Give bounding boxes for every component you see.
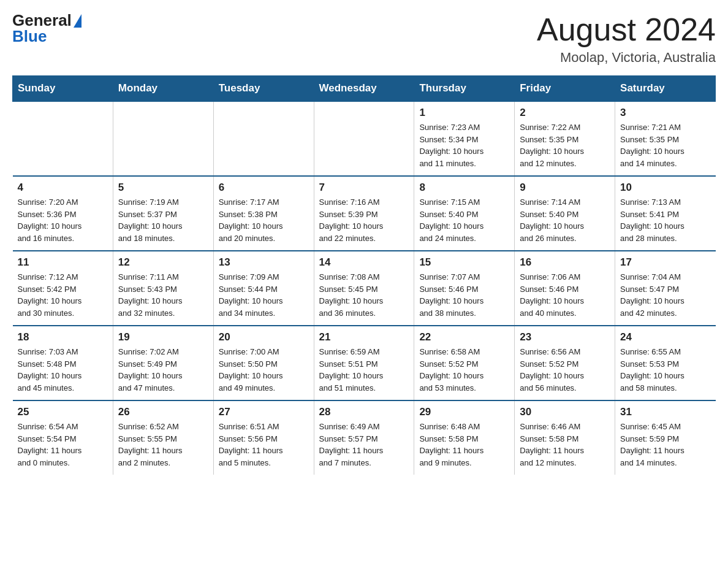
day-number: 11 xyxy=(18,256,108,269)
calendar-cell: 3Sunrise: 7:21 AMSunset: 5:35 PMDaylight… xyxy=(615,101,716,176)
day-number: 23 xyxy=(520,331,610,343)
calendar-cell: 21Sunrise: 6:59 AMSunset: 5:51 PMDayligh… xyxy=(314,326,414,400)
calendar-table: SundayMondayTuesdayWednesdayThursdayFrid… xyxy=(12,75,716,475)
day-info: Sunrise: 7:00 AMSunset: 5:50 PMDaylight:… xyxy=(219,346,309,394)
week-row-3: 11Sunrise: 7:12 AMSunset: 5:42 PMDayligh… xyxy=(13,251,716,326)
day-number: 2 xyxy=(520,107,610,119)
header-row: SundayMondayTuesdayWednesdayThursdayFrid… xyxy=(13,76,716,102)
day-info: Sunrise: 6:51 AMSunset: 5:56 PMDaylight:… xyxy=(219,421,309,469)
day-info: Sunrise: 7:04 AMSunset: 5:47 PMDaylight:… xyxy=(620,271,710,319)
day-info: Sunrise: 7:09 AMSunset: 5:44 PMDaylight:… xyxy=(219,271,309,319)
day-number: 22 xyxy=(419,331,509,343)
day-number: 8 xyxy=(419,182,509,194)
header-day-friday: Friday xyxy=(515,76,615,102)
day-info: Sunrise: 7:23 AMSunset: 5:34 PMDaylight:… xyxy=(419,121,509,169)
day-number: 17 xyxy=(620,256,710,269)
calendar-cell: 16Sunrise: 7:06 AMSunset: 5:46 PMDayligh… xyxy=(515,251,615,326)
day-info: Sunrise: 6:48 AMSunset: 5:58 PMDaylight:… xyxy=(419,421,509,469)
day-info: Sunrise: 7:16 AMSunset: 5:39 PMDaylight:… xyxy=(319,196,409,244)
calendar-cell: 9Sunrise: 7:14 AMSunset: 5:40 PMDaylight… xyxy=(515,176,615,251)
day-info: Sunrise: 6:56 AMSunset: 5:52 PMDaylight:… xyxy=(520,346,610,394)
day-number: 28 xyxy=(319,406,409,418)
day-number: 13 xyxy=(219,256,309,269)
day-info: Sunrise: 7:17 AMSunset: 5:38 PMDaylight:… xyxy=(219,196,309,244)
title-area: August 2024 Moolap, Victoria, Australia xyxy=(537,12,716,66)
day-info: Sunrise: 7:03 AMSunset: 5:48 PMDaylight:… xyxy=(18,346,108,394)
day-info: Sunrise: 7:08 AMSunset: 5:45 PMDaylight:… xyxy=(319,271,409,319)
day-number: 9 xyxy=(520,182,610,194)
calendar-cell: 4Sunrise: 7:20 AMSunset: 5:36 PMDaylight… xyxy=(13,176,113,251)
day-number: 10 xyxy=(620,182,710,194)
day-number: 19 xyxy=(118,331,208,343)
logo-blue: Blue xyxy=(12,27,47,45)
week-row-1: 1Sunrise: 7:23 AMSunset: 5:34 PMDaylight… xyxy=(13,101,716,176)
day-info: Sunrise: 6:52 AMSunset: 5:55 PMDaylight:… xyxy=(118,421,208,469)
calendar-cell: 26Sunrise: 6:52 AMSunset: 5:55 PMDayligh… xyxy=(113,400,213,475)
calendar-cell: 24Sunrise: 6:55 AMSunset: 5:53 PMDayligh… xyxy=(615,326,716,400)
calendar-cell: 13Sunrise: 7:09 AMSunset: 5:44 PMDayligh… xyxy=(213,251,314,326)
calendar-cell: 31Sunrise: 6:45 AMSunset: 5:59 PMDayligh… xyxy=(615,400,716,475)
day-info: Sunrise: 7:19 AMSunset: 5:37 PMDaylight:… xyxy=(118,196,208,244)
calendar-cell: 22Sunrise: 6:58 AMSunset: 5:52 PMDayligh… xyxy=(414,326,515,400)
calendar-cell: 7Sunrise: 7:16 AMSunset: 5:39 PMDaylight… xyxy=(314,176,414,251)
calendar-cell: 19Sunrise: 7:02 AMSunset: 5:49 PMDayligh… xyxy=(113,326,213,400)
day-info: Sunrise: 6:58 AMSunset: 5:52 PMDaylight:… xyxy=(419,346,509,394)
month-title: August 2024 xyxy=(537,12,716,47)
header-day-tuesday: Tuesday xyxy=(213,76,314,102)
week-row-4: 18Sunrise: 7:03 AMSunset: 5:48 PMDayligh… xyxy=(13,326,716,400)
day-number: 25 xyxy=(18,406,108,418)
calendar-cell xyxy=(113,101,213,176)
day-number: 14 xyxy=(319,256,409,269)
calendar-cell: 20Sunrise: 7:00 AMSunset: 5:50 PMDayligh… xyxy=(213,326,314,400)
day-info: Sunrise: 7:22 AMSunset: 5:35 PMDaylight:… xyxy=(520,121,610,169)
day-number: 31 xyxy=(620,406,710,418)
day-info: Sunrise: 6:49 AMSunset: 5:57 PMDaylight:… xyxy=(319,421,409,469)
calendar-cell: 29Sunrise: 6:48 AMSunset: 5:58 PMDayligh… xyxy=(414,400,515,475)
header-day-thursday: Thursday xyxy=(414,76,515,102)
day-info: Sunrise: 6:45 AMSunset: 5:59 PMDaylight:… xyxy=(620,421,710,469)
day-info: Sunrise: 7:20 AMSunset: 5:36 PMDaylight:… xyxy=(18,196,108,244)
calendar-cell: 5Sunrise: 7:19 AMSunset: 5:37 PMDaylight… xyxy=(113,176,213,251)
day-number: 6 xyxy=(219,182,309,194)
day-number: 16 xyxy=(520,256,610,269)
calendar-cell: 1Sunrise: 7:23 AMSunset: 5:34 PMDaylight… xyxy=(414,101,515,176)
calendar-cell: 30Sunrise: 6:46 AMSunset: 5:58 PMDayligh… xyxy=(515,400,615,475)
header-day-saturday: Saturday xyxy=(615,76,716,102)
day-number: 21 xyxy=(319,331,409,343)
day-number: 1 xyxy=(419,107,509,119)
day-number: 26 xyxy=(118,406,208,418)
day-number: 20 xyxy=(219,331,309,343)
day-info: Sunrise: 7:11 AMSunset: 5:43 PMDaylight:… xyxy=(118,271,208,319)
day-number: 24 xyxy=(620,331,710,343)
day-number: 15 xyxy=(419,256,509,269)
calendar-cell xyxy=(13,101,113,176)
calendar-cell xyxy=(314,101,414,176)
day-info: Sunrise: 7:07 AMSunset: 5:46 PMDaylight:… xyxy=(419,271,509,319)
day-info: Sunrise: 7:15 AMSunset: 5:40 PMDaylight:… xyxy=(419,196,509,244)
calendar-cell: 6Sunrise: 7:17 AMSunset: 5:38 PMDaylight… xyxy=(213,176,314,251)
logo-triangle-icon xyxy=(74,14,82,28)
day-info: Sunrise: 6:46 AMSunset: 5:58 PMDaylight:… xyxy=(520,421,610,469)
day-number: 3 xyxy=(620,107,710,119)
page-header: General Blue August 2024 Moolap, Victori… xyxy=(12,12,716,66)
day-number: 4 xyxy=(18,182,108,194)
day-info: Sunrise: 7:02 AMSunset: 5:49 PMDaylight:… xyxy=(118,346,208,394)
calendar-cell: 2Sunrise: 7:22 AMSunset: 5:35 PMDaylight… xyxy=(515,101,615,176)
location-title: Moolap, Victoria, Australia xyxy=(537,50,716,66)
calendar-cell: 23Sunrise: 6:56 AMSunset: 5:52 PMDayligh… xyxy=(515,326,615,400)
day-info: Sunrise: 6:55 AMSunset: 5:53 PMDaylight:… xyxy=(620,346,710,394)
calendar-cell: 27Sunrise: 6:51 AMSunset: 5:56 PMDayligh… xyxy=(213,400,314,475)
logo-general: General xyxy=(12,12,72,28)
calendar-cell: 18Sunrise: 7:03 AMSunset: 5:48 PMDayligh… xyxy=(13,326,113,400)
calendar-cell xyxy=(213,101,314,176)
day-number: 18 xyxy=(18,331,108,343)
day-info: Sunrise: 6:59 AMSunset: 5:51 PMDaylight:… xyxy=(319,346,409,394)
day-number: 12 xyxy=(118,256,208,269)
calendar-cell: 14Sunrise: 7:08 AMSunset: 5:45 PMDayligh… xyxy=(314,251,414,326)
header-day-monday: Monday xyxy=(113,76,213,102)
day-info: Sunrise: 7:13 AMSunset: 5:41 PMDaylight:… xyxy=(620,196,710,244)
day-number: 5 xyxy=(118,182,208,194)
day-info: Sunrise: 6:54 AMSunset: 5:54 PMDaylight:… xyxy=(18,421,108,469)
day-number: 30 xyxy=(520,406,610,418)
day-info: Sunrise: 7:12 AMSunset: 5:42 PMDaylight:… xyxy=(18,271,108,319)
